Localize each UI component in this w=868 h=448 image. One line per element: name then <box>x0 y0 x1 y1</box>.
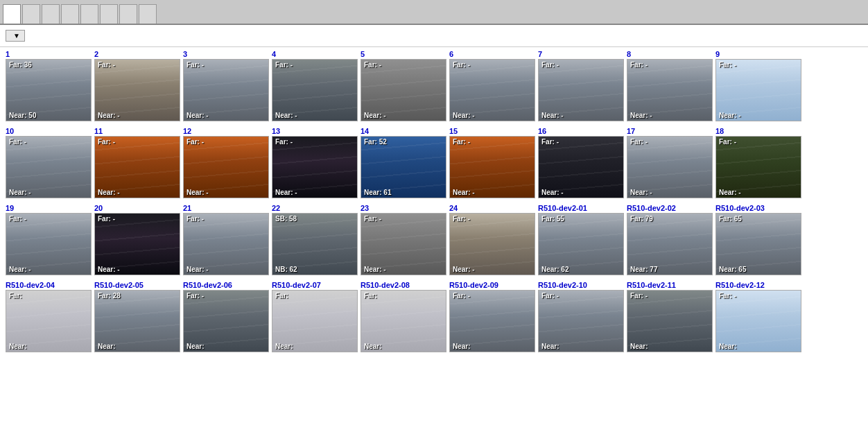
camera-cell-20[interactable]: 20Far: -Near: - <box>94 204 180 275</box>
far-label: Far: - <box>98 61 115 69</box>
far-label: Far: <box>364 292 377 300</box>
camera-frame[interactable]: Far: -Near: - <box>272 59 358 121</box>
camera-frame[interactable]: Far: -Near: - <box>538 59 624 121</box>
camera-frame[interactable]: Far: -Near: - <box>627 136 713 198</box>
camera-cell-R510-dev2-02[interactable]: R510-dev2-02Far: 79Near: 77 <box>627 204 713 275</box>
camera-id-label: 23 <box>361 204 446 212</box>
camera-cell-4[interactable]: 4Far: -Near: - <box>272 50 358 121</box>
tab-administration[interactable] <box>100 4 118 24</box>
near-label: Near: <box>364 343 382 350</box>
camera-cell-R510-dev2-04[interactable]: R510-dev2-04Far:Near: <box>6 281 92 352</box>
camera-cell-16[interactable]: 16Far: -Near: - <box>538 127 624 198</box>
tab-video[interactable] <box>22 4 40 24</box>
camera-cell-R510-dev2-06[interactable]: R510-dev2-06Far: -Near: <box>183 281 269 352</box>
near-label: Near: - <box>275 189 297 196</box>
camera-cell-9[interactable]: 9Far: -Near: - <box>715 50 801 121</box>
far-label: Far: - <box>453 61 470 69</box>
camera-frame[interactable]: Far: -Near: <box>627 290 713 352</box>
camera-frame[interactable]: Far: -Near: - <box>538 136 624 198</box>
near-label: Near: <box>630 343 648 350</box>
camera-cell-19[interactable]: 19Far: -Near: - <box>6 204 92 275</box>
tab-manage-units[interactable] <box>61 4 79 24</box>
tab-overview[interactable] <box>3 4 21 24</box>
camera-cell-18[interactable]: 18Far: -Near: - <box>715 127 801 198</box>
camera-cell-24[interactable]: 24Far: -Near: - <box>449 204 535 275</box>
camera-frame[interactable]: Far: 65Near: 65 <box>715 213 801 275</box>
camera-cell-17[interactable]: 17Far: -Near: - <box>627 127 713 198</box>
camera-cell-6[interactable]: 6Far: -Near: - <box>449 50 535 121</box>
camera-frame[interactable]: Far: -Near: - <box>94 59 180 121</box>
tab-bar <box>0 0 868 25</box>
camera-frame[interactable]: Far: -Near: - <box>183 59 269 121</box>
camera-cell-R510-dev2-05[interactable]: R510-dev2-05Far: 28Near: <box>94 281 180 352</box>
camera-frame[interactable]: Far:Near: <box>6 290 92 352</box>
camera-cell-R510-dev2-10[interactable]: R510-dev2-10Far: -Near: <box>538 281 624 352</box>
camera-cell-8[interactable]: 8Far: -Near: - <box>627 50 713 121</box>
tab-map[interactable] <box>80 4 98 24</box>
camera-frame[interactable]: Far: -Near: - <box>361 59 446 121</box>
camera-cell-22[interactable]: 22SB: 58NB: 62 <box>272 204 358 275</box>
tab-data[interactable] <box>119 4 137 24</box>
camera-cell-R510-dev2-01[interactable]: R510-dev2-01Far: 55Near: 62 <box>538 204 624 275</box>
near-label: Near: <box>541 343 559 350</box>
camera-frame[interactable]: Far: -Near: - <box>715 59 801 121</box>
tab-online-docs[interactable] <box>139 4 157 24</box>
camera-cell-21[interactable]: 21Far: -Near: - <box>183 204 269 275</box>
camera-frame[interactable]: Far: -Near: - <box>449 136 535 198</box>
camera-frame[interactable]: Far: -Near: <box>715 290 801 352</box>
camera-cell-R510-dev2-08[interactable]: R510-dev2-08Far:Near: <box>361 281 446 352</box>
camera-frame[interactable]: Far: -Near: - <box>449 59 535 121</box>
camera-frame[interactable]: Far: 55Near: 62 <box>538 213 624 275</box>
camera-frame[interactable]: Far:Near: <box>272 290 358 352</box>
camera-frame[interactable]: Far: -Near: - <box>94 136 180 198</box>
far-label: Far: - <box>186 61 204 69</box>
camera-cell-R510-dev2-09[interactable]: R510-dev2-09Far: -Near: <box>449 281 535 352</box>
near-label: Near: - <box>453 266 475 273</box>
far-label: Far: - <box>630 292 648 300</box>
camera-cell-12[interactable]: 12Far: -Near: - <box>183 127 269 198</box>
camera-cell-14[interactable]: 14Far: 52Near: 61 <box>361 127 446 198</box>
camera-frame[interactable]: Far: -Near: - <box>627 59 713 121</box>
camera-frame[interactable]: Far: -Near: - <box>94 213 180 275</box>
camera-cell-R510-dev2-11[interactable]: R510-dev2-11Far: -Near: <box>627 281 713 352</box>
show-cameras-dropdown[interactable]: ▼ <box>6 30 25 42</box>
camera-frame[interactable]: SB: 58NB: 62 <box>272 213 358 275</box>
camera-cell-1[interactable]: 1Far: 36Near: 50 <box>6 50 92 121</box>
near-label: Near: 50 <box>9 112 36 119</box>
camera-cell-11[interactable]: 11Far: -Near: - <box>94 127 180 198</box>
camera-frame[interactable]: Far: -Near: <box>449 290 535 352</box>
camera-frame[interactable]: Far:Near: <box>361 290 446 352</box>
camera-frame[interactable]: Far: -Near: - <box>183 136 269 198</box>
camera-frame[interactable]: Far: -Near: <box>538 290 624 352</box>
camera-cell-7[interactable]: 7Far: -Near: - <box>538 50 624 121</box>
camera-cell-23[interactable]: 23Far: -Near: - <box>361 204 446 275</box>
camera-cell-2[interactable]: 2Far: -Near: - <box>94 50 180 121</box>
near-label: Near: <box>98 343 116 350</box>
camera-cell-3[interactable]: 3Far: -Near: - <box>183 50 269 121</box>
camera-frame[interactable]: Far: -Near: - <box>6 136 92 198</box>
camera-cell-10[interactable]: 10Far: -Near: - <box>6 127 92 198</box>
camera-frame[interactable]: Far: 28Near: <box>94 290 180 352</box>
camera-frame[interactable]: Far: -Near: <box>183 290 269 352</box>
camera-frame[interactable]: Far: -Near: - <box>272 136 358 198</box>
far-label: Far: - <box>719 61 736 69</box>
far-label: Far: - <box>453 292 470 300</box>
camera-frame[interactable]: Far: 36Near: 50 <box>6 59 92 121</box>
far-label: Far: - <box>364 215 381 223</box>
camera-frame[interactable]: Far: 52Near: 61 <box>361 136 446 198</box>
camera-frame[interactable]: Far: 79Near: 77 <box>627 213 713 275</box>
camera-cell-15[interactable]: 15Far: -Near: - <box>449 127 535 198</box>
camera-cell-R510-dev2-12[interactable]: R510-dev2-12Far: -Near: <box>715 281 801 352</box>
camera-cell-R510-dev2-07[interactable]: R510-dev2-07Far:Near: <box>272 281 358 352</box>
camera-frame[interactable]: Far: -Near: - <box>449 213 535 275</box>
camera-cell-R510-dev2-03[interactable]: R510-dev2-03Far: 65Near: 65 <box>715 204 801 275</box>
camera-frame[interactable]: Far: -Near: - <box>6 213 92 275</box>
camera-cell-13[interactable]: 13Far: -Near: - <box>272 127 358 198</box>
camera-frame[interactable]: Far: -Near: - <box>361 213 446 275</box>
camera-frame[interactable]: Far: -Near: - <box>715 136 801 198</box>
dropdown-arrow-icon: ▼ <box>13 32 20 40</box>
camera-frame[interactable]: Far: -Near: - <box>183 213 269 275</box>
tab-settings[interactable] <box>42 4 60 24</box>
camera-cell-5[interactable]: 5Far: -Near: - <box>361 50 446 121</box>
camera-id-label: R510-dev2-01 <box>538 204 624 212</box>
